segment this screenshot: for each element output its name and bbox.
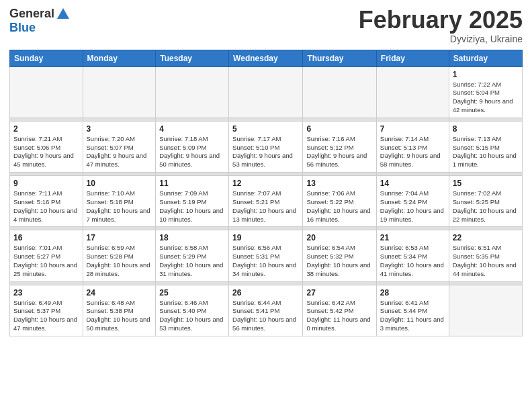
day-number: 16 [13,233,79,242]
day-number: 12 [232,179,299,188]
table-row [449,285,522,336]
location: Dyviziya, Ukraine [359,34,523,44]
day-number: 7 [380,124,445,134]
day-number: 15 [453,179,519,188]
day-info: Sunrise: 6:59 AM Sunset: 5:28 PM Dayligh… [87,244,152,278]
table-row [10,66,83,118]
header-sunday: Sunday [10,50,83,66]
table-row: 27Sunrise: 6:42 AM Sunset: 5:42 PM Dayli… [303,285,376,336]
calendar-week-row: 9Sunrise: 7:11 AM Sunset: 5:16 PM Daylig… [10,176,523,227]
table-row: 3Sunrise: 7:20 AM Sunset: 5:07 PM Daylig… [83,121,156,172]
day-number: 28 [380,288,445,298]
month-title: February 2025 [359,7,523,34]
day-number: 13 [306,179,372,188]
day-number: 6 [306,124,372,134]
calendar-week-row: 16Sunrise: 7:01 AM Sunset: 5:27 PM Dayli… [10,230,523,281]
table-row [376,66,449,118]
table-row: 26Sunrise: 6:44 AM Sunset: 5:41 PM Dayli… [229,285,303,336]
day-number: 4 [159,124,225,134]
day-number: 9 [13,179,79,188]
table-row: 14Sunrise: 7:04 AM Sunset: 5:24 PM Dayli… [376,176,449,227]
header-tuesday: Tuesday [156,50,229,66]
day-info: Sunrise: 6:54 AM Sunset: 5:32 PM Dayligh… [306,244,372,278]
day-info: Sunrise: 7:21 AM Sunset: 5:06 PM Dayligh… [13,135,79,169]
calendar-week-row: 1Sunrise: 7:22 AM Sunset: 5:04 PM Daylig… [10,66,523,118]
day-number: 21 [380,233,445,242]
table-row: 13Sunrise: 7:06 AM Sunset: 5:22 PM Dayli… [303,176,376,227]
header-thursday: Thursday [303,50,376,66]
table-row: 23Sunrise: 6:49 AM Sunset: 5:37 PM Dayli… [10,285,83,336]
day-info: Sunrise: 6:48 AM Sunset: 5:38 PM Dayligh… [87,299,152,333]
table-row: 8Sunrise: 7:13 AM Sunset: 5:15 PM Daylig… [449,121,522,172]
day-info: Sunrise: 6:44 AM Sunset: 5:41 PM Dayligh… [232,299,299,333]
day-number: 17 [87,233,152,242]
logo: General Blue [9,7,71,35]
day-info: Sunrise: 7:10 AM Sunset: 5:18 PM Dayligh… [87,189,152,224]
day-info: Sunrise: 7:09 AM Sunset: 5:19 PM Dayligh… [159,189,225,224]
table-row [229,66,303,118]
table-row: 25Sunrise: 6:46 AM Sunset: 5:40 PM Dayli… [156,285,229,336]
table-row [156,66,229,118]
table-row: 5Sunrise: 7:17 AM Sunset: 5:10 PM Daylig… [229,121,303,172]
table-row: 20Sunrise: 6:54 AM Sunset: 5:32 PM Dayli… [303,230,376,281]
day-info: Sunrise: 7:07 AM Sunset: 5:21 PM Dayligh… [232,189,299,224]
table-row: 17Sunrise: 6:59 AM Sunset: 5:28 PM Dayli… [83,230,156,281]
table-row: 11Sunrise: 7:09 AM Sunset: 5:19 PM Dayli… [156,176,229,227]
day-number: 22 [453,233,519,242]
table-row: 16Sunrise: 7:01 AM Sunset: 5:27 PM Dayli… [10,230,83,281]
table-row: 4Sunrise: 7:18 AM Sunset: 5:09 PM Daylig… [156,121,229,172]
table-row: 24Sunrise: 6:48 AM Sunset: 5:38 PM Dayli… [83,285,156,336]
day-number: 11 [159,179,225,188]
day-number: 5 [232,124,299,134]
table-row [83,66,156,118]
day-info: Sunrise: 6:58 AM Sunset: 5:29 PM Dayligh… [159,244,225,278]
title-block: February 2025 Dyviziya, Ukraine [359,7,523,44]
calendar-table: Sunday Monday Tuesday Wednesday Thursday… [9,50,523,336]
table-row: 6Sunrise: 7:16 AM Sunset: 5:12 PM Daylig… [303,121,376,172]
table-row: 22Sunrise: 6:51 AM Sunset: 5:35 PM Dayli… [449,230,522,281]
page: General Blue February 2025 Dyviziya, Ukr… [0,0,532,346]
day-info: Sunrise: 7:02 AM Sunset: 5:25 PM Dayligh… [453,189,519,224]
day-number: 20 [306,233,372,242]
day-number: 10 [87,179,152,188]
day-info: Sunrise: 6:49 AM Sunset: 5:37 PM Dayligh… [13,299,79,333]
calendar-week-row: 23Sunrise: 6:49 AM Sunset: 5:37 PM Dayli… [10,285,523,336]
table-row: 21Sunrise: 6:53 AM Sunset: 5:34 PM Dayli… [376,230,449,281]
logo-icon [56,7,71,21]
table-row: 15Sunrise: 7:02 AM Sunset: 5:25 PM Dayli… [449,176,522,227]
day-number: 14 [380,179,445,188]
day-info: Sunrise: 7:06 AM Sunset: 5:22 PM Dayligh… [306,189,372,224]
day-info: Sunrise: 6:53 AM Sunset: 5:34 PM Dayligh… [380,244,445,278]
day-number: 2 [13,124,79,134]
day-info: Sunrise: 7:11 AM Sunset: 5:16 PM Dayligh… [13,189,79,224]
table-row: 19Sunrise: 6:56 AM Sunset: 5:31 PM Dayli… [229,230,303,281]
day-number: 25 [159,288,225,298]
table-row: 1Sunrise: 7:22 AM Sunset: 5:04 PM Daylig… [449,66,522,118]
day-info: Sunrise: 7:04 AM Sunset: 5:24 PM Dayligh… [380,189,445,224]
header-saturday: Saturday [449,50,522,66]
day-info: Sunrise: 7:01 AM Sunset: 5:27 PM Dayligh… [13,244,79,278]
header-friday: Friday [376,50,449,66]
table-row: 18Sunrise: 6:58 AM Sunset: 5:29 PM Dayli… [156,230,229,281]
day-info: Sunrise: 6:46 AM Sunset: 5:40 PM Dayligh… [159,299,225,333]
day-info: Sunrise: 6:51 AM Sunset: 5:35 PM Dayligh… [453,244,519,278]
logo-blue-text: Blue [9,21,36,34]
day-info: Sunrise: 7:16 AM Sunset: 5:12 PM Dayligh… [306,135,372,169]
day-info: Sunrise: 6:56 AM Sunset: 5:31 PM Dayligh… [232,244,299,278]
table-row: 28Sunrise: 6:41 AM Sunset: 5:44 PM Dayli… [376,285,449,336]
day-number: 18 [159,233,225,242]
day-info: Sunrise: 7:22 AM Sunset: 5:04 PM Dayligh… [453,81,519,115]
day-number: 19 [232,233,299,242]
day-info: Sunrise: 7:18 AM Sunset: 5:09 PM Dayligh… [159,135,225,169]
day-number: 3 [87,124,152,134]
day-info: Sunrise: 6:42 AM Sunset: 5:42 PM Dayligh… [306,299,372,333]
day-info: Sunrise: 7:14 AM Sunset: 5:13 PM Dayligh… [380,135,445,169]
table-row [303,66,376,118]
logo-general-text: General [9,7,54,21]
calendar-week-row: 2Sunrise: 7:21 AM Sunset: 5:06 PM Daylig… [10,121,523,172]
header-monday: Monday [83,50,156,66]
table-row: 10Sunrise: 7:10 AM Sunset: 5:18 PM Dayli… [83,176,156,227]
table-row: 12Sunrise: 7:07 AM Sunset: 5:21 PM Dayli… [229,176,303,227]
day-number: 24 [87,288,152,298]
header: General Blue February 2025 Dyviziya, Ukr… [9,7,523,44]
